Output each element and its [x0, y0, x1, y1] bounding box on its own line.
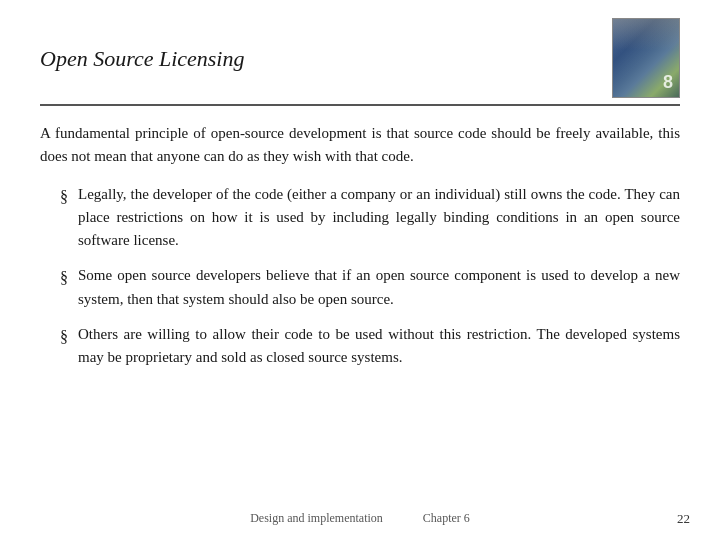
list-item: § Others are willing to allow their code… [60, 323, 680, 370]
bullet-text-1: Legally, the developer of the code (eith… [78, 183, 680, 253]
slide-title: Open Source Licensing [40, 18, 244, 72]
list-item: § Legally, the developer of the code (ei… [60, 183, 680, 253]
intro-paragraph: A fundamental principle of open-source d… [40, 122, 680, 169]
footer-design-label: Design and implementation [250, 511, 383, 526]
footer-area: Design and implementation Chapter 6 22 [0, 511, 720, 526]
footer-chapter-label: Chapter 6 [423, 511, 470, 526]
book-thumbnail [612, 18, 680, 98]
list-item: § Some open source developers believe th… [60, 264, 680, 311]
bullet-icon-2: § [60, 266, 78, 291]
main-content: A fundamental principle of open-source d… [40, 122, 680, 369]
footer-center: Design and implementation Chapter 6 [250, 511, 470, 526]
bullet-text-3: Others are willing to allow their code t… [78, 323, 680, 370]
footer-page-number: 22 [677, 511, 690, 527]
bullet-text-2: Some open source developers believe that… [78, 264, 680, 311]
bullet-icon-1: § [60, 185, 78, 210]
slide-container: Open Source Licensing A fundamental prin… [0, 0, 720, 540]
bullet-icon-3: § [60, 325, 78, 350]
header-area: Open Source Licensing [40, 18, 680, 106]
bullet-list: § Legally, the developer of the code (ei… [60, 183, 680, 370]
